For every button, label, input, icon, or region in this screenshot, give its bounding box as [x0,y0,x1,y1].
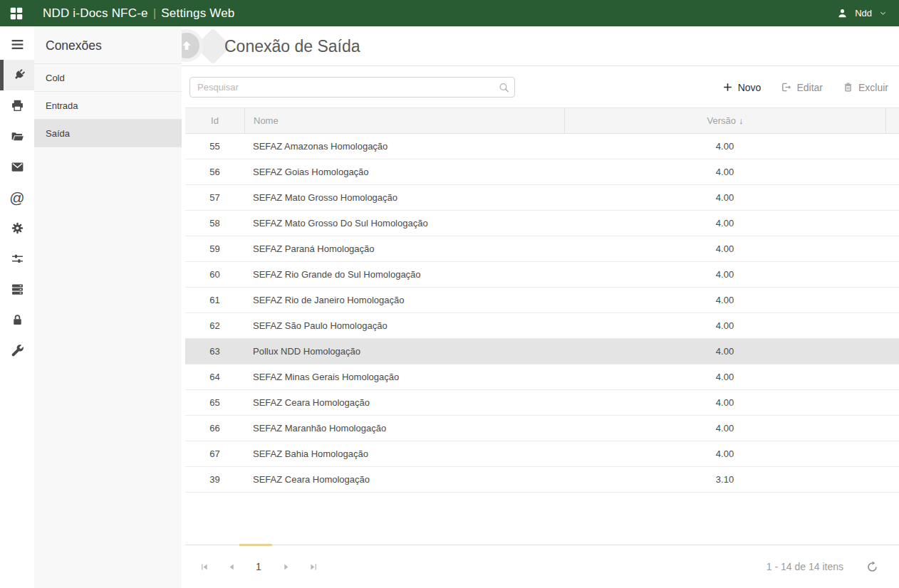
menu-toggle-button[interactable] [0,29,34,60]
page-title: Conexão de Saída [224,36,360,56]
lock-icon [10,313,25,327]
table-row[interactable]: 65 SEFAZ Ceara Homologação 4.00 [185,390,899,416]
search-icon[interactable] [498,81,510,93]
search-input[interactable] [189,77,515,98]
table-row[interactable]: 66 SEFAZ Maranhão Homologação 4.00 [185,416,899,441]
page-head: Conexão de Saída [182,26,899,66]
trash-icon [842,81,854,93]
rail-item-folders[interactable] [0,121,34,152]
first-page-button[interactable] [194,556,215,577]
cell-versao: 4.00 [564,218,885,229]
column-header-nome[interactable]: Nome [244,108,564,133]
cell-id: 66 [185,423,244,434]
subnav-item-entrada[interactable]: Entrada [34,92,182,120]
rail-item-email-settings[interactable]: @ [0,182,34,213]
subnav-heading: Conexões [34,26,182,64]
content: Conexão de Saída Novo [182,26,899,588]
table-row[interactable]: 63 Pollux NDD Homologação 4.00 [185,339,899,364]
user-menu[interactable]: Ndd [836,7,888,19]
edit-button[interactable]: Editar [780,81,823,93]
rail-item-services[interactable] [0,274,34,305]
column-header-versao[interactable]: Versão ↓ [564,108,885,133]
app-logo-icon [9,6,24,21]
cell-versao: 4.00 [564,269,885,280]
cell-id: 63 [185,346,244,357]
subnav-item-saída[interactable]: Saída [34,120,182,147]
cell-id: 59 [185,243,244,254]
refresh-button[interactable] [865,560,879,574]
rail-item-parameters[interactable] [0,243,34,274]
table-row[interactable]: 55 SEFAZ Amazonas Homologação 4.00 [185,134,899,159]
cell-nome: SEFAZ Paraná Homologação [244,243,564,254]
rail-item-tools[interactable] [0,335,34,366]
next-page-button[interactable] [275,556,296,577]
folder-open-icon [10,129,25,144]
pager: 1 1 - 14 de 14 itens [185,545,899,588]
table-row[interactable]: 39 SEFAZ Ceara Homologação 3.10 [185,467,899,493]
rail-item-connections[interactable] [0,60,34,90]
refresh-icon [866,560,879,574]
cell-id: 61 [185,295,244,305]
table-row[interactable]: 62 SEFAZ São Paulo Homologação 4.00 [185,313,899,339]
cell-nome: SEFAZ Goias Homologação [244,167,564,177]
cell-versao: 4.00 [564,448,885,459]
user-icon [836,7,848,19]
rail-item-security[interactable] [0,305,34,335]
rail-item-print[interactable] [0,90,34,121]
grid-body: 55 SEFAZ Amazonas Homologação 4.00 56 SE… [185,134,899,493]
table-row[interactable]: 67 SEFAZ Bahia Homologação 4.00 [185,441,899,467]
delete-button[interactable]: Excluir [842,81,888,93]
new-button[interactable]: Novo [722,81,762,93]
toolbar-actions: Novo Editar [722,81,888,93]
outbound-badge [182,29,203,62]
user-name: Ndd [855,8,872,19]
column-header-id-label: Id [211,115,219,126]
cell-id: 56 [185,167,244,177]
icon-rail: @ [0,26,34,588]
cell-id: 39 [185,474,244,485]
cell-nome: Pollux NDD Homologação [244,346,564,357]
cell-versao: 4.00 [564,243,885,254]
cell-versao: 3.10 [564,474,885,485]
subnav: Conexões Cold Entrada Saída [34,26,182,588]
last-page-icon [308,562,318,572]
cell-versao: 4.00 [564,167,885,177]
table-row[interactable]: 58 SEFAZ Mato Grosso Do Sul Homologação … [185,211,899,236]
app-title-main: NDD i-Docs NFC-e [43,6,148,21]
cell-id: 55 [185,141,244,152]
subnav-items: Cold Entrada Saída [34,64,182,147]
cell-nome: SEFAZ Minas Gerais Homologação [244,372,564,382]
rail-item-settings[interactable] [0,213,34,243]
cell-nome: SEFAZ Bahia Homologação [244,448,564,459]
last-page-button[interactable] [302,556,323,577]
table-row[interactable]: 61 SEFAZ Rio de Janeiro Homologação 4.00 [185,288,899,313]
search-wrap [189,77,515,98]
cell-id: 62 [185,320,244,331]
cell-nome: SEFAZ Mato Grosso Do Sul Homologação [244,218,564,229]
table-row[interactable]: 57 SEFAZ Mato Grosso Homologação 4.00 [185,185,899,211]
page-number[interactable]: 1 [248,561,269,572]
printer-icon [10,98,25,113]
rail-item-mail[interactable] [0,152,34,182]
edit-button-label: Editar [796,82,823,93]
prev-page-icon [227,562,237,572]
first-page-icon [199,562,210,572]
app-header: NDD i-Docs NFC-e | Settings Web Ndd [0,0,899,26]
connections-grid: Id Nome Versão ↓ 55 SEFAZ Amazonas Homol… [185,107,899,493]
table-row[interactable]: 59 SEFAZ Paraná Homologação 4.00 [185,236,899,262]
sort-desc-icon: ↓ [739,115,744,126]
subnav-item-cold[interactable]: Cold [34,64,182,92]
table-row[interactable]: 56 SEFAZ Goias Homologação 4.00 [185,159,899,185]
table-row[interactable]: 64 SEFAZ Minas Gerais Homologação 4.00 [185,364,899,390]
prev-page-button[interactable] [221,556,242,577]
pager-page-indicator [239,544,272,546]
column-header-versao-label: Versão [707,115,736,126]
cell-versao: 4.00 [564,423,885,434]
toolbar: Novo Editar [182,66,899,107]
arrow-up-icon [182,38,194,53]
cell-nome: SEFAZ São Paulo Homologação [244,320,564,331]
cell-versao: 4.00 [564,141,885,152]
column-header-id[interactable]: Id [185,108,244,133]
delete-button-label: Excluir [858,82,888,93]
table-row[interactable]: 60 SEFAZ Rio Grande do Sul Homologação 4… [185,262,899,288]
